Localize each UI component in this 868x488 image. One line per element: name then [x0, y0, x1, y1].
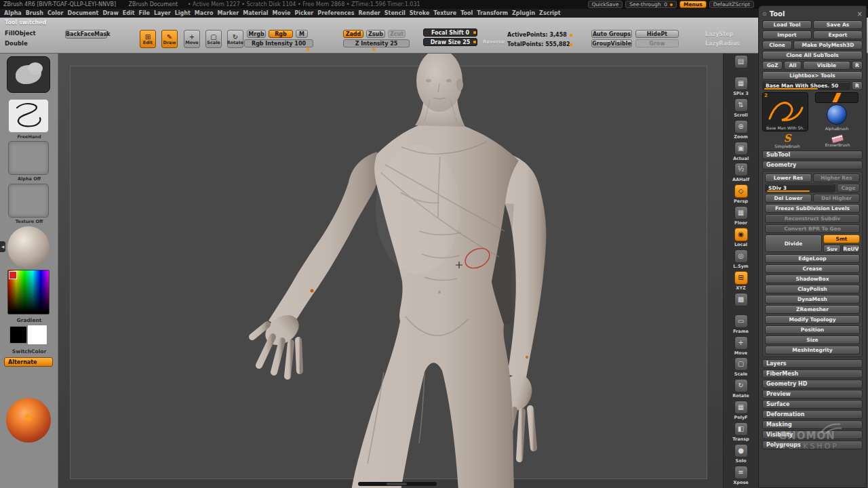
document-canvas[interactable]: [58, 54, 723, 488]
geometry-button[interactable]: DynaMesh: [765, 295, 860, 304]
menu-item[interactable]: Edit: [123, 10, 135, 16]
palette-section-header[interactable]: Deformation: [762, 410, 863, 419]
secondary-color-swatch[interactable]: [27, 325, 47, 345]
menu-item[interactable]: Material: [243, 10, 268, 16]
view-control[interactable]: ≡ Xpose: [724, 466, 759, 487]
menu-item[interactable]: Marker: [217, 10, 239, 16]
focal-shift-slider[interactable]: Focal Shift 0: [423, 28, 477, 37]
menu-item[interactable]: Light: [175, 10, 191, 16]
scale-mode-button[interactable]: ▢ Scale: [205, 30, 222, 48]
auto-groups-button[interactable]: Auto Groups: [591, 30, 632, 38]
cage-button[interactable]: Cage: [837, 184, 860, 192]
smt-toggle[interactable]: Smt: [823, 235, 860, 243]
lower-res-button[interactable]: Lower Res: [765, 174, 812, 182]
clone-all-subtools-button[interactable]: Clone All SubTools: [762, 51, 863, 60]
edit-mode-button[interactable]: ⊞ Edit: [140, 30, 156, 48]
view-control-icon[interactable]: ◉: [734, 228, 748, 241]
view-control-icon[interactable]: ◧: [734, 422, 748, 436]
active-tool-thumbnail[interactable]: 2 Base Man With Sh.: [762, 92, 808, 131]
view-control-icon[interactable]: ½: [734, 163, 748, 176]
current-brush-thumbnail[interactable]: [7, 56, 50, 93]
view-control-icon[interactable]: ▦: [734, 401, 748, 414]
see-through-slider[interactable]: See-through 0: [625, 1, 677, 8]
sdiv-slider[interactable]: SDiv 3: [765, 184, 835, 192]
simple-brush-slot[interactable]: S SimpleBrush: [762, 133, 812, 148]
menu-item[interactable]: Movie: [273, 10, 291, 16]
load-tool-button[interactable]: Load Tool: [762, 20, 812, 29]
gradient-label[interactable]: Gradient: [0, 317, 58, 323]
palette-section-header[interactable]: Visibility: [762, 430, 863, 439]
menu-item[interactable]: Preferences: [317, 10, 354, 16]
palette-section-header[interactable]: Polygroups: [762, 441, 863, 449]
palette-section-header[interactable]: Layers: [762, 359, 863, 368]
clone-button[interactable]: Clone: [762, 41, 792, 49]
hidept-button[interactable]: HidePt: [635, 30, 679, 38]
menu-item[interactable]: Document: [68, 10, 99, 16]
view-control-icon[interactable]: ▢: [734, 357, 748, 371]
geometry-button[interactable]: MeshIntegrity: [765, 346, 860, 354]
view-control[interactable]: ⊕ Zoom: [724, 120, 759, 142]
rgb-intensity-slider[interactable]: Rgb Intensity 100: [244, 39, 313, 47]
menu-item[interactable]: Layer: [154, 10, 171, 16]
alpha-brush-thumbnail[interactable]: [827, 104, 847, 125]
menu-item[interactable]: Transform: [477, 10, 508, 16]
del-lower-button[interactable]: Del Lower: [765, 194, 812, 203]
sculpt-viewport[interactable]: [58, 54, 723, 488]
view-control-icon[interactable]: ⊞: [734, 271, 748, 285]
view-control[interactable]: ◧ Transp: [724, 422, 759, 444]
menu-item[interactable]: Brush: [26, 10, 43, 16]
mrgb-button[interactable]: Mrgb: [247, 30, 266, 38]
matcap-sphere-thumbnail[interactable]: [6, 398, 51, 443]
view-control-icon[interactable]: +: [734, 336, 748, 350]
active-tool-slot[interactable]: Base Man With Shoes. 50: [762, 81, 850, 90]
view-control[interactable]: ½ AAHalf: [724, 163, 759, 184]
goz-all-button[interactable]: All: [784, 61, 802, 70]
goz-r-button[interactable]: R: [852, 61, 863, 70]
slider-marker[interactable]: [570, 43, 572, 46]
eraser-brush-slot[interactable]: EraserBrush: [812, 133, 863, 148]
alternate-button[interactable]: Alternate: [4, 357, 53, 367]
view-control[interactable]: ◎ L.Sym: [724, 249, 759, 271]
active-tool-r-button[interactable]: R: [852, 81, 863, 90]
texture-thumbnail[interactable]: [8, 184, 49, 218]
geometry-button[interactable]: Modify Topology: [765, 315, 860, 324]
palette-section-header[interactable]: Geometry HD: [762, 380, 863, 388]
freeze-subdivision-button[interactable]: Freeze SubDivision Levels: [765, 204, 860, 213]
view-control-icon[interactable]: ●: [734, 444, 748, 458]
del-higher-button[interactable]: Del Higher: [813, 194, 860, 203]
slider-marker[interactable]: [372, 48, 375, 51]
texture-slot-thumbnail[interactable]: [815, 92, 859, 103]
zsub-button[interactable]: Zsub: [366, 30, 385, 38]
sculpted-figure[interactable]: [252, 54, 546, 488]
view-control-icon[interactable]: ≡: [734, 466, 748, 479]
view-control[interactable]: ◉ Local: [724, 228, 759, 249]
current-stroke-thumbnail[interactable]: [8, 99, 49, 133]
suv-toggle[interactable]: Suv: [823, 245, 841, 253]
view-control[interactable]: ▩: [724, 293, 759, 314]
geometry-button[interactable]: Size: [765, 336, 860, 344]
scrollbar-handle[interactable]: [387, 483, 407, 485]
convert-bpr-button[interactable]: Convert BPR To Geo: [765, 224, 860, 233]
menu-item[interactable]: Picker: [294, 10, 313, 16]
menu-item[interactable]: Texture: [433, 10, 456, 16]
palette-close-icon[interactable]: ×: [857, 10, 863, 18]
backface-mask-button[interactable]: BackFaceMask: [65, 30, 107, 39]
import-button[interactable]: Import: [762, 30, 812, 39]
rotate-mode-button[interactable]: ↻ Rotate: [227, 30, 243, 48]
slider-dot[interactable]: [670, 3, 673, 6]
view-control[interactable]: ▦ SPix 3: [724, 77, 759, 98]
zcut-button[interactable]: Zcut: [388, 30, 406, 38]
zadd-button[interactable]: Zadd: [343, 30, 363, 38]
divide-button[interactable]: Divide: [765, 235, 822, 252]
lightbox-tools-button[interactable]: Lightbox> Tools: [762, 71, 863, 80]
palette-section-header[interactable]: Surface: [762, 400, 863, 409]
geometry-button[interactable]: ClayPolish: [765, 285, 860, 293]
alpha-thumbnail[interactable]: [8, 141, 49, 175]
export-button[interactable]: Export: [813, 30, 863, 39]
goz-button[interactable]: GoZ: [762, 61, 783, 70]
material-thumbnail[interactable]: [7, 226, 50, 268]
menu-item[interactable]: Alpha: [4, 10, 22, 16]
slider-marker[interactable]: [473, 31, 476, 34]
reconstruct-subdiv-button[interactable]: Reconstruct Subdiv: [765, 214, 860, 223]
tray-collapse-handle[interactable]: ◀: [0, 241, 5, 252]
